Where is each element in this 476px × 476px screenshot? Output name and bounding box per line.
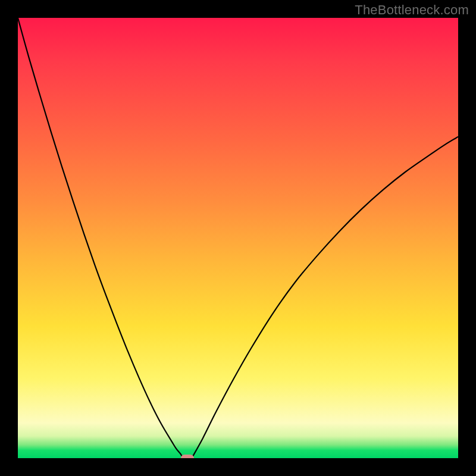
- plot-area: [18, 18, 458, 458]
- bottleneck-curve: [18, 18, 458, 458]
- minimum-marker: [181, 455, 194, 458]
- watermark-text: TheBottleneck.com: [355, 2, 469, 18]
- chart-frame: TheBottleneck.com: [0, 0, 476, 476]
